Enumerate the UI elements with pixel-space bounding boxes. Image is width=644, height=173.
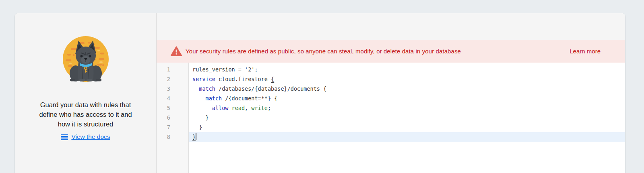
code-text: service cloud.firestore { [189,74,625,84]
line-number: 6 [157,113,189,122]
code-line[interactable]: 7 } [157,122,625,132]
code-line[interactable]: 5 allow read, write; [157,103,625,113]
rules-info-panel: Guard your data with rules that define w… [15,13,157,173]
code-text: match /{document=**} { [189,94,625,103]
code-lines: 1rules_version = '2';2service cloud.fire… [157,63,625,142]
code-text: rules_version = '2'; [189,65,625,74]
learn-more-link[interactable]: Learn more [570,48,601,55]
editor-toolbar-strip [157,13,625,40]
description-line-3: how it is structured [58,120,114,128]
description-line-1: Guard your data with rules that [40,101,131,108]
line-number: 4 [157,94,189,103]
view-docs-link[interactable]: View the docs [61,133,110,140]
text-cursor [196,133,196,140]
guard-dog-illustration [61,35,110,87]
code-line[interactable]: 1rules_version = '2'; [157,65,625,74]
code-line[interactable]: 8} [157,132,625,142]
docs-lines-icon [61,134,68,140]
line-number: 1 [157,65,189,74]
rules-editor-panel: Your security rules are defined as publi… [157,13,625,173]
code-line[interactable]: 3 match /databases/{database}/documents … [157,84,625,94]
firestore-rules-card: Guard your data with rules that define w… [15,13,625,173]
line-number: 3 [157,84,189,94]
panel-description: Guard your data with rules that define w… [39,100,132,129]
warning-message: Your security rules are defined as publi… [186,48,461,55]
warning-icon [171,46,182,56]
code-text: } [189,113,625,122]
guard-dog-image [61,35,110,87]
code-text: } [189,132,625,142]
description-line-2: define who has access to it and [39,111,132,118]
security-warning-banner: Your security rules are defined as publi… [157,40,625,63]
code-text: match /databases/{database}/documents { [189,84,625,94]
code-line[interactable]: 4 match /{document=**} { [157,94,625,103]
code-line[interactable]: 2service cloud.firestore { [157,74,625,84]
view-docs-label: View the docs [71,133,110,140]
line-number: 7 [157,122,189,132]
line-number: 2 [157,74,189,84]
line-number: 5 [157,103,189,113]
line-number: 8 [157,132,189,142]
code-text: } [189,122,625,132]
rules-code-editor[interactable]: 1rules_version = '2';2service cloud.fire… [157,63,625,173]
code-line[interactable]: 6 } [157,113,625,122]
code-text: allow read, write; [189,103,625,113]
